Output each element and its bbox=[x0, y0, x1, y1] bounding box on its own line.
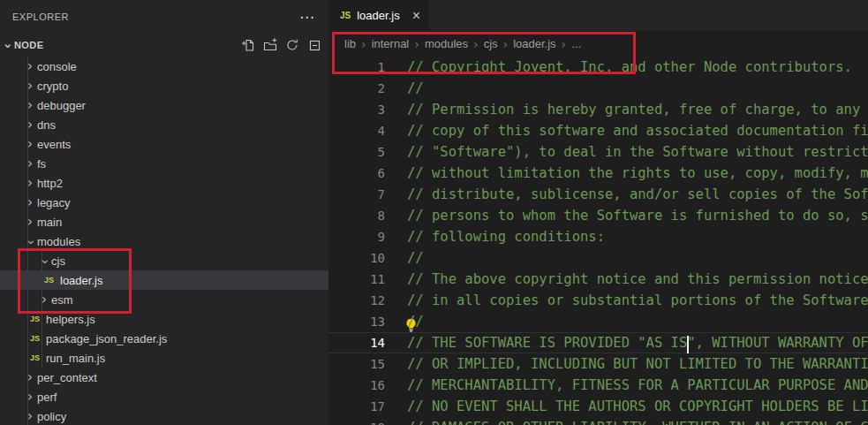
tree-item-console[interactable]: ›console bbox=[0, 57, 328, 76]
code-line-7[interactable]: 7// distribute, sublicense, and/or sell … bbox=[328, 184, 868, 205]
line-number[interactable]: 6 bbox=[328, 166, 385, 180]
code-line-10[interactable]: 10// bbox=[328, 247, 868, 269]
breadcrumb-item[interactable]: internal bbox=[372, 37, 410, 50]
tree-item-modules[interactable]: ›modules bbox=[0, 231, 328, 251]
tree-item-events[interactable]: ›events bbox=[0, 134, 328, 154]
line-number[interactable]: 12 bbox=[328, 293, 385, 307]
line-number[interactable]: 7 bbox=[328, 187, 385, 201]
code-area[interactable]: 1// Copyright Joyent, Inc. and other Nod… bbox=[328, 57, 868, 425]
code-line-14[interactable]: 14// THE SOFTWARE IS PROVIDED "AS IS", W… bbox=[328, 332, 868, 353]
tree-item-label: run_main.js bbox=[46, 352, 105, 365]
indent-spacer bbox=[0, 397, 23, 398]
collapse-all-icon[interactable] bbox=[307, 38, 321, 52]
code-line-3[interactable]: 3// Permission is hereby granted, free o… bbox=[328, 99, 868, 120]
line-number[interactable]: 15 bbox=[328, 357, 385, 371]
code-line-1[interactable]: 1// Copyright Joyent, Inc. and other Nod… bbox=[328, 57, 868, 78]
code-line-17[interactable]: 17// NO EVENT SHALL THE AUTHORS OR COPYR… bbox=[328, 396, 868, 417]
breadcrumb: lib›internal›modules›cjs›loader.js›... bbox=[328, 31, 868, 57]
line-number[interactable]: 2 bbox=[328, 81, 385, 95]
line-number[interactable]: 14 bbox=[328, 336, 385, 350]
tree-item-per-context[interactable]: ›per_context bbox=[0, 368, 328, 387]
code-line-16[interactable]: 16// MERCHANTABILITY, FITNESS FOR A PART… bbox=[328, 375, 868, 396]
line-number[interactable]: 18 bbox=[328, 421, 385, 425]
tree-item-perf[interactable]: ›perf bbox=[0, 387, 328, 406]
breadcrumb-separator-icon: › bbox=[361, 37, 366, 51]
line-text: // NO EVENT SHALL THE AUTHORS OR COPYRIG… bbox=[385, 398, 868, 414]
line-text: // The above copyright notice and this p… bbox=[385, 271, 868, 287]
code-line-11[interactable]: 11// The above copyright notice and this… bbox=[328, 269, 868, 290]
breadcrumb-item[interactable]: ... bbox=[571, 37, 581, 50]
breadcrumb-item[interactable]: cjs bbox=[484, 37, 498, 50]
tree-item-cjs[interactable]: ›cjs bbox=[0, 251, 328, 270]
js-file-icon: JS bbox=[44, 276, 60, 285]
code-line-18[interactable]: 18// DAMAGES OR OTHER LIABILITY, WHETHER… bbox=[328, 417, 868, 425]
folder-section-header[interactable]: › NODE bbox=[0, 34, 328, 57]
tree-item-legacy[interactable]: ›legacy bbox=[0, 193, 328, 212]
code-line-13[interactable]: 13// bbox=[328, 311, 868, 332]
tree-item-label: http2 bbox=[37, 177, 63, 190]
line-text: // bbox=[385, 250, 424, 266]
line-number[interactable]: 10 bbox=[328, 251, 385, 265]
line-number[interactable]: 5 bbox=[328, 145, 385, 159]
new-file-icon[interactable] bbox=[241, 38, 255, 52]
line-text: // OR IMPLIED, INCLUDING BUT NOT LIMITED… bbox=[385, 356, 868, 372]
tree-item-label: package_json_reader.js bbox=[46, 332, 167, 345]
chevron-right-icon: › bbox=[23, 60, 37, 73]
indent-spacer bbox=[0, 377, 23, 378]
indent-spacer bbox=[0, 105, 23, 106]
js-file-icon: JS bbox=[30, 315, 46, 323]
chevron-right-icon: › bbox=[23, 410, 37, 423]
tree-item-policy[interactable]: ›policy bbox=[0, 406, 328, 425]
breadcrumb-item[interactable]: lib bbox=[344, 37, 356, 50]
chevron-right-icon: › bbox=[23, 157, 37, 171]
indent-spacer bbox=[0, 358, 30, 359]
line-text: // Permission is hereby granted, free of… bbox=[385, 102, 868, 118]
breadcrumb-item[interactable]: modules bbox=[425, 37, 468, 50]
tree-item-crypto[interactable]: ›crypto bbox=[0, 76, 328, 95]
code-line-4[interactable]: 4// copy of this software and associated… bbox=[328, 120, 868, 141]
line-number[interactable]: 4 bbox=[328, 124, 385, 138]
new-folder-icon[interactable] bbox=[263, 38, 277, 52]
indent-spacer bbox=[0, 202, 23, 203]
line-number[interactable]: 3 bbox=[328, 102, 385, 117]
explorer-title: EXPLORER bbox=[12, 11, 69, 22]
line-number[interactable]: 8 bbox=[328, 209, 385, 223]
tree-item-dns[interactable]: ›dns bbox=[0, 115, 328, 134]
code-line-2[interactable]: 2// bbox=[328, 78, 868, 99]
code-line-8[interactable]: 8// persons to whom the Software is furn… bbox=[328, 205, 868, 226]
tree-item-run-main-js[interactable]: JSrun_main.js bbox=[0, 348, 328, 368]
tree-item-http2[interactable]: ›http2 bbox=[0, 173, 328, 193]
indent-spacer bbox=[0, 183, 23, 184]
code-line-6[interactable]: 6// without limitation the rights to use… bbox=[328, 163, 868, 184]
code-line-5[interactable]: 5// "Software"), to deal in the Software… bbox=[328, 141, 868, 163]
tree-item-label: fs bbox=[37, 157, 46, 171]
close-icon[interactable]: × bbox=[412, 9, 420, 23]
tab-loader-js[interactable]: JS loader.js × bbox=[328, 0, 429, 31]
tree-item-esm[interactable]: ›esm bbox=[0, 290, 328, 309]
tree-item-debugger[interactable]: ›debugger bbox=[0, 95, 328, 115]
line-number[interactable]: 16 bbox=[328, 378, 385, 392]
code-line-15[interactable]: 15// OR IMPLIED, INCLUDING BUT NOT LIMIT… bbox=[328, 353, 868, 375]
chevron-right-icon: › bbox=[23, 196, 37, 209]
line-text: // "Software"), to deal in the Software … bbox=[385, 144, 868, 160]
line-number[interactable]: 17 bbox=[328, 399, 385, 414]
tree-item-helpers-js[interactable]: JShelpers.js bbox=[0, 309, 328, 329]
indent-spacer bbox=[0, 338, 30, 339]
tree-item-main[interactable]: ›main bbox=[0, 212, 328, 231]
more-actions-icon[interactable]: ⋯ bbox=[299, 10, 314, 25]
line-number[interactable]: 1 bbox=[328, 60, 385, 74]
tree-item-package-json-reader-js[interactable]: JSpackage_json_reader.js bbox=[0, 329, 328, 348]
code-line-9[interactable]: 9// following conditions: bbox=[328, 226, 868, 247]
line-text: // Copyright Joyent, Inc. and other Node… bbox=[385, 59, 852, 75]
line-number[interactable]: 13 bbox=[328, 315, 385, 329]
refresh-icon[interactable] bbox=[285, 38, 299, 52]
tree-item-loader-js[interactable]: JSloader.js bbox=[0, 270, 328, 290]
line-number[interactable]: 9 bbox=[328, 230, 385, 244]
breadcrumb-item[interactable]: loader.js bbox=[513, 37, 555, 50]
code-line-12[interactable]: 12// in all copies or substantial portio… bbox=[328, 290, 868, 311]
editor-area: JS loader.js × lib›internal›modules›cjs›… bbox=[328, 0, 868, 425]
tree-item-fs[interactable]: ›fs bbox=[0, 154, 328, 173]
line-number[interactable]: 11 bbox=[328, 272, 385, 286]
line-text: // persons to whom the Software is furni… bbox=[385, 208, 868, 224]
indent-spacer bbox=[0, 125, 23, 125]
